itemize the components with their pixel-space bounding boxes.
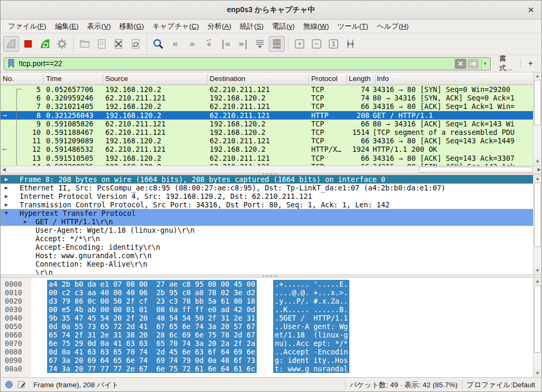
collapsed-icon[interactable]: ▶ (5, 192, 8, 200)
auto-scroll-icon[interactable] (252, 36, 268, 52)
filter-history-dropdown-icon[interactable]: ▾ (481, 59, 489, 69)
hex-ascii[interactable]: .+...... '.....E. (273, 280, 349, 288)
column-destination[interactable]: Destination (210, 75, 246, 83)
display-filter-input[interactable]: !tcp.port==22 ✕ ➜ ▾ (4, 57, 491, 70)
detail-line[interactable]: Host: www.gnurandal.com\r\n (1, 251, 534, 260)
capture-comment-icon[interactable] (17, 380, 26, 390)
packet-row[interactable]: 110.591209089192.168.120.262.210.211.121… (1, 136, 534, 145)
hex-bytes[interactable]: 0d 0a 41 63 63 65 70 74 2d 45 6e 63 6f 6… (47, 348, 257, 356)
hex-bytes[interactable]: 00 c2 c3 aa 40 00 40 06 2b 95 c0 a8 78 0… (47, 288, 257, 297)
close-icon[interactable]: ✕ (526, 5, 536, 15)
scroll-down-icon[interactable]: ▼ (534, 158, 541, 165)
detail-line[interactable]: ▶GET / HTTP/1.1\r\n (1, 217, 534, 226)
scroll-up-icon[interactable]: ▲ (534, 175, 541, 182)
start-capture-icon[interactable] (3, 36, 19, 52)
column-divider[interactable] (375, 74, 375, 84)
detail-line[interactable]: ▶Ethernet II, Src: PcsCompu_ae:c8:95 (08… (1, 184, 534, 192)
scroll-up-icon[interactable]: ▲ (534, 72, 541, 79)
bookmark-icon[interactable] (6, 59, 16, 68)
restart-capture-icon[interactable] (37, 36, 53, 52)
menu-item-g[interactable]: 移動(G) (115, 20, 149, 33)
detail-line[interactable]: ▶Frame 8: 208 bytes on wire (1664 bits),… (1, 175, 534, 184)
hex-bytes[interactable]: 0d 0a 55 73 65 72 2d 41 67 65 6e 74 3a 2… (47, 322, 257, 331)
hex-ascii[interactable]: ..K..... ......B. (273, 305, 349, 314)
apply-filter-icon[interactable]: ➜ (467, 59, 479, 69)
hex-bytes[interactable]: 9b 35 47 45 54 20 2f 20 48 54 54 50 2f 3… (47, 314, 257, 322)
scrollbar-thumb[interactable] (534, 183, 541, 247)
packet-row[interactable]: 130.591510505192.168.120.262.210.211.121… (1, 154, 534, 162)
detail-line[interactable]: Accept-Encoding: identity\r\n (1, 243, 534, 251)
hex-ascii[interactable]: g: ident ity..Hos (273, 356, 349, 364)
column-source[interactable]: Source (105, 75, 128, 83)
menu-item-a[interactable]: 分析(A) (203, 20, 236, 33)
hex-ascii[interactable]: .5GET / HTTP/1.1 (273, 314, 349, 322)
detail-line[interactable]: Connection: Keep-Alive\r\n (1, 260, 534, 268)
hex-row[interactable]: 00500d 0a 55 73 65 72 2d 41 67 65 6e 74 … (1, 322, 534, 331)
packet-row[interactable]: 120.59148653262.210.211.121192.168.120.2… (1, 145, 534, 153)
menu-item-y[interactable]: 電話(y) (268, 20, 299, 33)
hex-bytes[interactable]: 65 74 2f 31 2e 31 38 20 28 6c 69 6e 75 7… (47, 331, 257, 339)
zoom-original-icon[interactable]: 1 (326, 36, 341, 52)
column-divider[interactable] (207, 74, 207, 84)
packet-row[interactable]: 60.32095924662.210.211.121192.168.120.2T… (1, 94, 534, 102)
detail-line[interactable]: ▶Transmission Control Protocol, Src Port… (1, 200, 534, 209)
hex-row[interactable]: 00800d 0a 41 63 63 65 70 74 2d 45 6e 63 … (1, 348, 534, 356)
add-filter-button[interactable]: + (523, 59, 538, 68)
hex-row[interactable]: 006065 74 2f 31 2e 31 38 20 28 6c 69 6e … (1, 331, 534, 339)
filter-expression[interactable]: !tcp.port==22 (16, 59, 454, 68)
close-file-icon[interactable] (111, 36, 127, 52)
hex-bytes[interactable]: 67 3a 20 69 64 65 6e 74 69 74 79 0d 0a 4… (47, 356, 257, 364)
collapsed-icon[interactable]: ▶ (5, 175, 8, 184)
packet-list-header[interactable]: No. Time Source Destination Protocol Len… (1, 72, 534, 85)
menu-item-w[interactable]: 無線(W) (299, 20, 333, 33)
profile-text[interactable]: プロファイル:Default (467, 380, 535, 390)
hex-ascii[interactable]: ....@.@. +...x.>. (273, 288, 349, 297)
hex-bytes[interactable]: d3 79 86 0c 00 50 2f cf 23 c3 78 bb 5a 6… (47, 297, 257, 305)
hex-ascii[interactable]: ..User-A gent: Wg (273, 322, 349, 331)
hex-bytes[interactable]: a4 2b b0 da e1 07 08 00 27 ae c8 95 08 0… (47, 280, 257, 288)
column-info[interactable]: Info (377, 75, 389, 83)
hex-row[interactable]: 00706e 75 29 0d 0a 41 63 63 65 70 74 3a … (1, 339, 534, 348)
resize-columns-icon[interactable] (342, 36, 358, 52)
hex-bytes[interactable]: 74 3a 20 77 77 77 2e 67 6e 75 72 61 6e 6… (47, 364, 257, 373)
go-to-packet-icon[interactable] (201, 36, 217, 52)
expert-info-icon[interactable] (5, 380, 13, 390)
column-time[interactable]: Time (46, 75, 62, 83)
column-length[interactable]: Length (349, 75, 371, 83)
packet-list-vscrollbar[interactable]: ▲ ▼ (533, 72, 541, 166)
menu-item-e[interactable]: 編集(E) (51, 20, 83, 33)
column-divider[interactable] (347, 74, 347, 84)
scroll-up-icon[interactable]: ▲ (534, 278, 541, 285)
column-divider[interactable] (103, 74, 103, 84)
packet-list-hscrollbar[interactable]: ◀ ▶ (1, 166, 542, 173)
collapsed-icon[interactable]: ▶ (5, 184, 8, 192)
expression-button[interactable]: 書式... (496, 52, 518, 75)
hex-bytes[interactable]: 6e 75 29 0d 0a 41 63 63 65 70 74 3a 20 2… (47, 339, 257, 348)
capture-options-icon[interactable] (54, 36, 70, 52)
detail-line[interactable]: \r\n (1, 268, 534, 275)
hex-row[interactable]: 00409b 35 47 45 54 20 2f 20 48 54 54 50 … (1, 314, 534, 322)
scroll-right-icon[interactable]: ▶ (536, 166, 542, 173)
menu-item-f[interactable]: ファイル(F) (4, 20, 51, 33)
detail-line[interactable]: Accept: */*\r\n (1, 234, 534, 243)
colorize-icon[interactable] (269, 36, 285, 52)
packet-row[interactable]: 100.59118846762.210.211.121192.168.120.2… (1, 128, 534, 136)
stop-capture-icon[interactable] (20, 36, 36, 52)
packet-row[interactable]: 50.052657706192.168.120.262.210.211.121T… (1, 85, 534, 94)
collapsed-icon[interactable]: ▶ (5, 200, 8, 209)
zoom-in-icon[interactable]: + (292, 36, 308, 52)
hex-bytes[interactable]: 00 e5 4b ab 00 00 01 01 08 0a ff ff e0 a… (47, 305, 257, 314)
scroll-down-icon[interactable]: ▼ (534, 267, 541, 274)
hex-row[interactable]: 003000 e5 4b ab 00 00 01 01 08 0a ff ff … (1, 305, 534, 314)
collapsed-icon[interactable]: ▶ (24, 217, 27, 226)
scrollbar-thumb[interactable] (419, 167, 533, 172)
detail-line[interactable]: ▶Internet Protocol Version 4, Src: 192.1… (1, 192, 534, 200)
hex-row[interactable]: 009067 3a 20 69 64 65 6e 74 69 74 79 0d … (1, 356, 534, 364)
menu-item-h[interactable]: ヘルプ(H) (373, 20, 413, 33)
packet-row[interactable]: 80.321256043192.168.120.262.210.211.121H… (1, 111, 534, 120)
clear-filter-icon[interactable]: ✕ (455, 59, 466, 69)
column-divider[interactable] (43, 74, 43, 84)
title-bar[interactable]: enp0s3 からキャプチャ中 ✕ (1, 1, 541, 20)
scroll-left-icon[interactable]: ◀ (1, 166, 7, 173)
hex-row[interactable]: 0020d3 79 86 0c 00 50 2f cf 23 c3 78 bb … (1, 297, 534, 305)
